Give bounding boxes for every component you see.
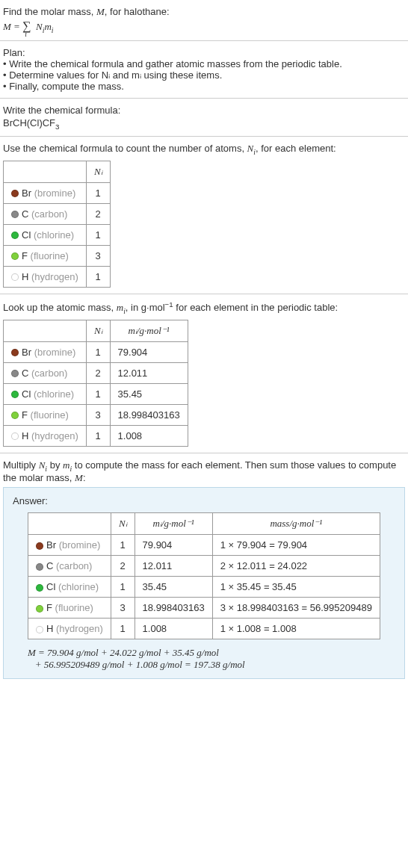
element-name: (fluorine) (55, 602, 93, 613)
mass-mi: mi (117, 302, 126, 313)
element-symbol: H (22, 430, 28, 441)
element-mass-calc: 1 × 1.008 = 1.008 (212, 619, 380, 639)
count-intro-a: Use the chemical formula to count the nu… (3, 143, 247, 154)
element-symbol: F (22, 250, 28, 261)
element-symbol: C (46, 560, 53, 571)
mass-exp: −1 (165, 300, 173, 309)
compute-intro: Multiply Ni by mi to compute the mass fo… (3, 459, 405, 485)
compute-Ni: Ni (39, 459, 47, 471)
element-name: (hydrogen) (56, 623, 103, 634)
atom-count-table: Nᵢ Br (bromine)1 C (carbon)2 Cl (chlorin… (3, 161, 111, 288)
eq-m: m (44, 21, 51, 32)
intro-text-b: , for halothane: (105, 6, 170, 17)
element-swatch (11, 349, 19, 356)
element-swatch (11, 433, 19, 440)
element-mass: 18.998403163 (110, 404, 188, 425)
intro-text-a: Find the molar mass, (3, 6, 96, 17)
element-name: (bromine) (34, 347, 76, 358)
element-count: 1 (111, 619, 135, 639)
compute-b: by (47, 459, 63, 471)
table-header-row: Nᵢmᵢ/g·mol⁻¹mass/g·mol⁻¹ (28, 513, 380, 535)
table-row: F (fluorine)3 (4, 245, 111, 266)
table-row: C (carbon)2 (4, 203, 111, 224)
element-symbol: Cl (46, 581, 55, 592)
element-count: 2 (86, 362, 110, 383)
table-row: Br (bromine)179.9041 × 79.904 = 79.904 (28, 535, 380, 556)
element-count: 1 (111, 577, 135, 598)
answer-label: Answer: (13, 495, 395, 506)
element-symbol: Br (46, 539, 56, 551)
compute-d: : (83, 472, 86, 483)
element-count: 1 (86, 224, 110, 245)
answer-table: Nᵢmᵢ/g·mol⁻¹mass/g·mol⁻¹ Br (bromine)179… (28, 512, 380, 639)
atom-count-section: Use the chemical formula to count the nu… (0, 137, 408, 294)
table-row: H (hydrogen)1 (4, 266, 111, 287)
element-name: (carbon) (31, 208, 67, 220)
eq-lhs: M (3, 21, 11, 32)
table-row: Cl (chlorine)135.451 × 35.45 = 35.45 (28, 577, 380, 598)
element-swatch (11, 252, 19, 260)
element-swatch (11, 391, 19, 398)
table-row: F (fluorine)318.9984031633 × 18.99840316… (28, 598, 380, 619)
ni-header: Nᵢ (86, 161, 110, 182)
mass-intro-a: Look up the atomic mass, (3, 302, 117, 313)
table-row: C (carbon)212.011 (4, 362, 188, 383)
atom-count-intro: Use the chemical formula to count the nu… (3, 143, 405, 156)
chemical-formula-title: Write the chemical formula: (3, 105, 405, 116)
table-header-row: Nᵢmᵢ/g·mol⁻¹ (4, 320, 188, 341)
element-symbol: F (22, 409, 28, 421)
eq-sum-index: i (25, 30, 27, 38)
atomic-mass-intro: Look up the atomic mass, mi, in g·mol−1 … (3, 300, 405, 315)
element-name: (fluorine) (31, 250, 69, 261)
table-row: F (fluorine)318.998403163 (4, 404, 188, 425)
plan-title: Plan: (3, 47, 405, 58)
intro-text: Find the molar mass, M, for halothane: (3, 6, 405, 18)
element-swatch (36, 542, 43, 550)
final-line-1: M = 79.904 g/mol + 24.022 g/mol + 35.45 … (28, 647, 395, 659)
compute-section: Multiply Ni by mi to compute the mass fo… (0, 453, 408, 686)
element-symbol: C (22, 208, 28, 220)
element-count: 1 (111, 535, 135, 556)
element-name: (bromine) (59, 539, 101, 551)
empty-header (4, 320, 87, 341)
chemical-formula-section: Write the chemical formula: BrCH(Cl)CF3 (0, 99, 408, 137)
element-count: 3 (86, 404, 110, 425)
element-mass: 12.011 (110, 362, 188, 383)
molar-mass-equation: M = ∑i Nimi (3, 19, 405, 34)
table-row: H (hydrogen)11.0081 × 1.008 = 1.008 (28, 619, 380, 639)
plan-section: Plan: Write the chemical formula and gat… (0, 41, 408, 99)
empty-header (4, 161, 87, 182)
element-count: 1 (86, 182, 110, 203)
element-count: 1 (86, 266, 110, 287)
element-mass: 79.904 (135, 535, 212, 556)
element-symbol: Br (22, 187, 31, 199)
atomic-mass-table: Nᵢmᵢ/g·mol⁻¹ Br (bromine)179.904 C (carb… (3, 320, 188, 447)
element-count: 2 (111, 556, 135, 577)
element-symbol: Cl (22, 388, 31, 400)
mi-header: mᵢ/g·mol⁻¹ (135, 513, 212, 535)
count-Ni: Ni (247, 143, 256, 154)
element-name: (fluorine) (31, 409, 69, 421)
element-name: (carbon) (31, 368, 67, 379)
element-mass: 18.998403163 (135, 598, 212, 619)
table-row: Cl (chlorine)135.45 (4, 383, 188, 404)
element-swatch (36, 584, 43, 592)
atomic-mass-section: Look up the atomic mass, mi, in g·mol−1 … (0, 294, 408, 453)
element-name: (chlorine) (34, 229, 74, 241)
element-count: 1 (86, 341, 110, 362)
element-mass-calc: 3 × 18.998403163 = 56.995209489 (212, 598, 380, 619)
empty-header (28, 513, 111, 535)
element-count: 3 (86, 245, 110, 266)
element-mass: 1.008 (110, 425, 188, 446)
element-swatch (11, 190, 19, 197)
element-name: (bromine) (34, 187, 76, 199)
formula-text: BrCH(Cl)CF (3, 117, 55, 128)
element-symbol: Cl (22, 229, 31, 241)
element-count: 1 (86, 383, 110, 404)
eq-eq: = (11, 21, 22, 32)
element-count: 1 (86, 425, 110, 446)
mass-intro-c: for each element in the periodic table: (173, 302, 338, 313)
compute-a: Multiply (3, 459, 39, 471)
element-symbol: H (22, 271, 28, 282)
mass-intro-b: , in g·mol (126, 302, 165, 313)
